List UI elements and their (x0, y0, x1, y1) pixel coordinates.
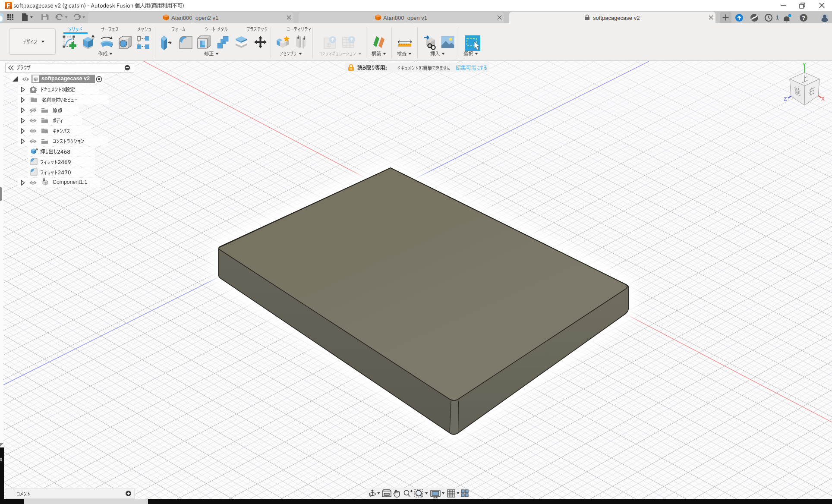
svg-text:FUS: FUS (7, 7, 10, 9)
svg-text:X: X (821, 96, 825, 102)
svg-text:?: ? (802, 15, 805, 21)
svg-text:Z: Z (784, 96, 787, 102)
svg-text:Y: Y (803, 62, 806, 67)
